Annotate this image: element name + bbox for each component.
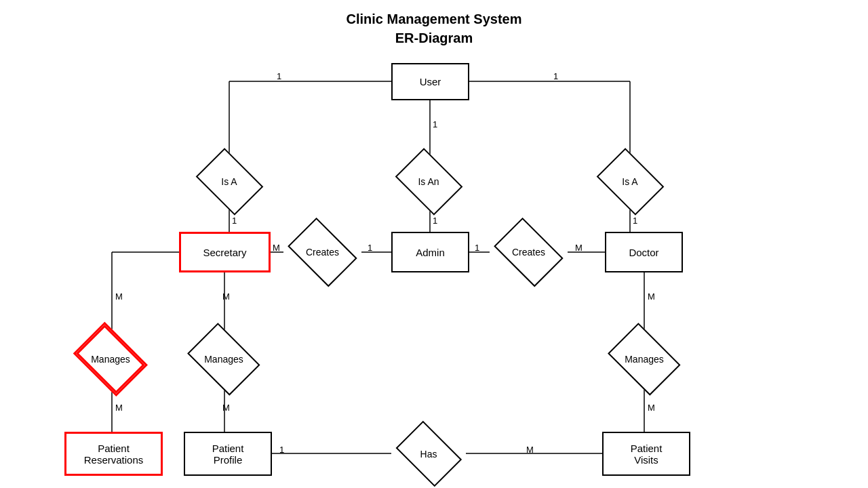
label-m-creates-right-right: M [575,243,583,253]
label-m-has-visits: M [526,445,534,455]
diagram-title: Clinic Management System ER-Diagram [0,0,868,47]
label-m-manages-pat-top: M [222,291,230,302]
diagram-container: Clinic Management System ER-Diagram [0,0,868,488]
label-m-manages-pat-bot: M [222,403,230,413]
label-user-isa-left: 1 [277,71,281,81]
label-m-manages-res-bot: M [115,403,123,413]
label-m-creates-left-left: M [273,243,280,253]
label-user-isan: 1 [433,119,437,129]
entity-doctor: Doctor [605,232,683,272]
entity-patient-profile: Patient Profile [184,432,272,476]
entity-patient-visits: Patient Visits [602,432,690,476]
label-1-creates-right-left: 1 [475,243,479,253]
label-m-manages-vis-bot: M [648,403,655,413]
entity-secretary: Secretary [179,232,271,272]
label-isa-left-down: 1 [232,216,237,226]
diamond-isan-center: Is An [391,155,466,209]
entity-user: User [391,63,469,100]
label-user-isa-right: 1 [553,71,558,81]
diamond-isa-left: Is A [192,155,267,209]
diamond-manages-sec-res: Manages [70,330,151,388]
diamond-manages-doc-vis: Manages [604,330,685,388]
label-isa-right-down: 1 [633,216,637,226]
diamond-creates-right: Creates [490,225,568,279]
diamond-creates-left: Creates [283,225,361,279]
label-m-manages-vis-top: M [648,291,655,302]
entity-patient-reservations: Patient Reservations [64,432,163,476]
diamond-manages-sec-pat: Manages [183,330,264,388]
entity-admin: Admin [391,232,469,272]
diamond-isa-right: Is A [593,155,667,209]
label-1-creates-left-right: 1 [368,243,372,253]
label-m-manages-res-top: M [115,291,123,302]
diamond-has: Has [391,428,466,479]
label-isan-down: 1 [433,216,437,226]
label-1-profile-has: 1 [279,445,284,455]
